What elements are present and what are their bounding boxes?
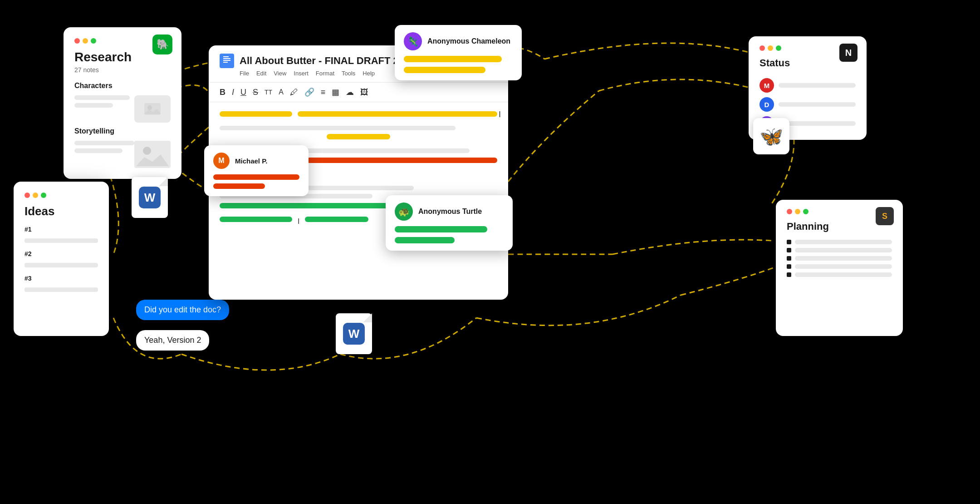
avatar-m: M	[760, 78, 774, 93]
menu-help[interactable]: Help	[363, 70, 375, 77]
toolbar-font[interactable]: A	[279, 88, 284, 96]
maximize-dot	[776, 45, 781, 51]
chameleon-avatar: 🦎	[404, 32, 422, 50]
svg-point-1	[147, 105, 152, 110]
minimize-dot	[795, 209, 800, 214]
svg-rect-7	[223, 62, 228, 63]
status-row-m: M	[760, 78, 856, 93]
anon-turtle-popup: 🐢 Anonymous Turtle	[386, 195, 513, 251]
chameleon-user-row: 🦎 Anonymous Chameleon	[404, 32, 513, 50]
close-dot	[74, 38, 80, 44]
maximize-dot	[91, 38, 96, 44]
yellow-lines-row: I	[220, 111, 497, 121]
toolbar-bold[interactable]: B	[220, 88, 225, 97]
idea-item-3: #3	[24, 275, 98, 282]
green-line-4	[305, 217, 368, 222]
planning-row-1	[787, 240, 892, 244]
ideas-window-controls	[24, 193, 98, 198]
menu-edit[interactable]: Edit	[256, 70, 266, 77]
turtle-green-line-1	[395, 226, 487, 232]
toolbar-cloud[interactable]: ☁	[346, 87, 354, 97]
yellow-line-1	[220, 111, 292, 117]
minimize-dot	[83, 38, 88, 44]
toolbar-strikethrough[interactable]: S	[253, 88, 258, 97]
menu-tools[interactable]: Tools	[342, 70, 355, 77]
chat-bubble-answer: Yeah, Version 2	[136, 330, 209, 351]
butterfly-icon: 🦋	[753, 118, 789, 154]
turtle-green-line-2	[395, 237, 455, 243]
minimize-dot	[768, 45, 773, 51]
menu-file[interactable]: File	[240, 70, 249, 77]
green-line-3	[220, 217, 292, 222]
close-dot	[24, 193, 30, 198]
gray-line-1	[220, 126, 456, 130]
scrivener-icon: S	[876, 207, 894, 225]
toolbar-tt[interactable]: TT	[265, 89, 272, 96]
toolbar-italic[interactable]: I	[232, 88, 234, 97]
green-line-1	[220, 203, 401, 208]
chameleon-yellow-line-2	[404, 67, 485, 73]
turtle-name: Anonymous Turtle	[418, 208, 482, 216]
maximize-dot	[803, 209, 808, 214]
word-doc-bottom: W	[336, 313, 372, 354]
maximize-dot	[41, 193, 46, 198]
planning-line-4	[795, 264, 892, 269]
planning-dot-1	[787, 240, 791, 244]
cursor-3: I	[298, 217, 299, 226]
chat-bubble-question: Did you edit the doc?	[136, 300, 229, 320]
menu-insert[interactable]: Insert	[294, 70, 309, 77]
planning-dot-4	[787, 264, 791, 269]
svg-rect-5	[223, 58, 230, 59]
anon-chameleon-popup: 🦎 Anonymous Chameleon	[395, 25, 522, 80]
chameleon-name: Anonymous Chameleon	[427, 37, 510, 45]
idea-line-3	[24, 287, 98, 292]
menu-format[interactable]: Format	[316, 70, 334, 77]
characters-section: Characters	[74, 82, 171, 90]
orange-line-2	[307, 158, 497, 163]
research-subtitle: 27 notes	[74, 66, 171, 74]
ideas-title: Ideas	[24, 204, 98, 218]
minimize-dot	[33, 193, 38, 198]
word-doc-left: W	[132, 177, 168, 218]
planning-dot-5	[787, 272, 791, 277]
close-dot	[787, 209, 792, 214]
chameleon-yellow-line-1	[404, 56, 502, 62]
planning-line-1	[795, 240, 892, 244]
yellow-line-2: I	[298, 111, 497, 117]
gdocs-toolbar: B I U S TT A 🖊 🔗 ≡ ▦ ☁ 🖼	[209, 83, 508, 102]
toolbar-image[interactable]: 🖼	[360, 88, 368, 97]
avatar-d: D	[760, 97, 774, 112]
planning-line-3	[795, 256, 892, 261]
chat-area: Did you edit the doc? Yeah, Version 2	[136, 300, 229, 355]
gdocs-title: All About Butter - FINAL DRAFT 2	[240, 55, 399, 67]
michael-orange-line-2	[213, 183, 265, 189]
storytelling-section: Storytelling	[74, 127, 171, 135]
close-dot	[760, 45, 765, 51]
planning-rows	[787, 240, 892, 277]
idea-line-1	[24, 238, 98, 243]
michael-orange-line-1	[213, 174, 299, 180]
planning-card: S Planning	[776, 200, 903, 336]
toolbar-underline[interactable]: U	[240, 88, 246, 97]
michael-popup: M Michael P.	[204, 145, 309, 196]
toolbar-link[interactable]: 🔗	[304, 87, 314, 97]
gdocs-icon	[220, 54, 234, 68]
research-card: 🐘 Research 27 notes Characters Storytell…	[64, 27, 181, 179]
status-line-m	[779, 83, 856, 88]
turtle-avatar: 🐢	[395, 203, 413, 221]
yellow-center-row	[220, 134, 497, 144]
turtle-user-row: 🐢 Anonymous Turtle	[395, 203, 504, 221]
idea-line-2	[24, 263, 98, 267]
toolbar-highlight[interactable]: 🖊	[290, 88, 298, 97]
menu-view[interactable]: View	[274, 70, 286, 77]
svg-rect-6	[223, 60, 230, 61]
toolbar-align[interactable]: ≡	[321, 88, 326, 97]
yellow-line-center	[327, 134, 390, 139]
planning-row-3	[787, 256, 892, 261]
svg-point-3	[143, 147, 151, 155]
word-icon-bottom: W	[343, 323, 365, 345]
status-row-d: D	[760, 97, 856, 112]
planning-dot-3	[787, 256, 791, 261]
idea-item-1: #1	[24, 226, 98, 233]
toolbar-table[interactable]: ▦	[332, 87, 339, 97]
